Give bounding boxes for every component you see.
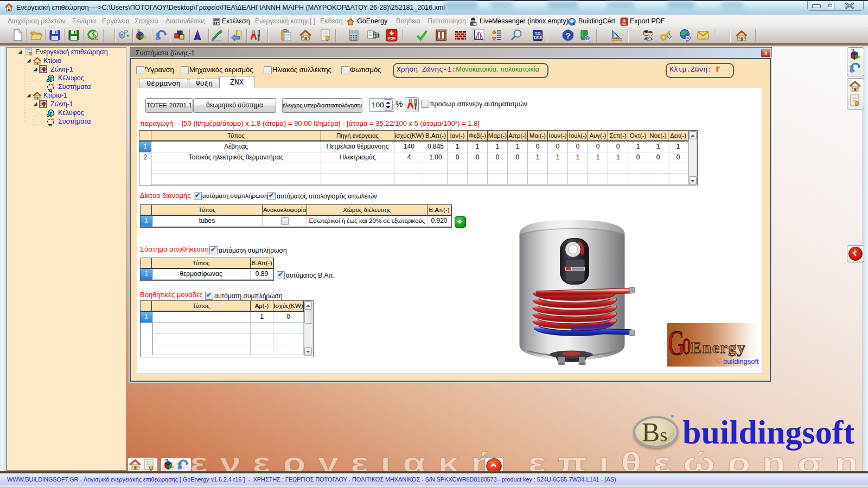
svg-text:PDF: PDF	[622, 22, 627, 25]
